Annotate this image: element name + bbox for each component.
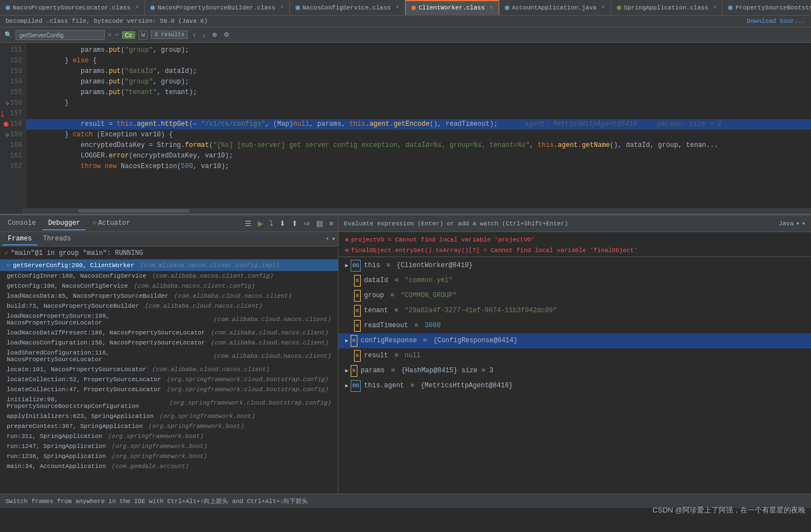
frame-class: (com.alibaba.cloud.nacos.client): [207, 329, 328, 336]
var-value: "COMMON_GROUP": [401, 290, 457, 301]
frame-item-5[interactable]: loadNacosPropertySource:199, NacosProper…: [0, 311, 338, 328]
expand-icon[interactable]: ▶: [345, 260, 348, 271]
frame-item-0[interactable]: ↩ getServerConfig:200, ClientWorker (com…: [0, 259, 338, 271]
dropdown-icon[interactable]: ▾: [332, 235, 336, 243]
var-type-icon: OO: [351, 260, 361, 272]
close-icon[interactable]: ×: [713, 4, 716, 11]
prev-result-button[interactable]: ↑: [191, 31, 198, 39]
search-input[interactable]: [16, 30, 105, 40]
next-result-button[interactable]: ↓: [201, 31, 208, 39]
download-source-link[interactable]: Download Sour...: [746, 18, 805, 24]
frame-item-8[interactable]: loadSharedConfiguration:116, NacosProper…: [0, 348, 338, 364]
settings-button[interactable]: ≡: [327, 218, 336, 229]
close-icon[interactable]: ×: [135, 4, 139, 11]
frame-item-16[interactable]: run:1247, SpringApplication (org.springf…: [0, 441, 338, 451]
tab-debugger[interactable]: Debugger: [42, 217, 86, 230]
var-value: {HashMap@8415} size = 3: [401, 366, 494, 376]
frame-item-18[interactable]: main:34, AccountApplication (com.gemdale…: [0, 461, 338, 471]
tab-actuator[interactable]: ⊙ Actuator: [87, 216, 136, 230]
error-icon: ⊗: [345, 247, 349, 254]
frame-name: loadNacosData:85, NacosPropertySourceBui…: [7, 293, 168, 299]
tab-client-worker[interactable]: ClientWorker.class ×: [405, 0, 499, 16]
frame-item-6[interactable]: loadNacosDataIfPresent:186, NacosPropert…: [0, 328, 338, 338]
resume-button[interactable]: ▶: [255, 218, 266, 229]
tab-spring-application[interactable]: SpringApplication.class ×: [611, 0, 723, 16]
expand-icon[interactable]: ▶: [345, 366, 348, 376]
filter-button[interactable]: ⚙: [222, 31, 231, 39]
frame-item-7[interactable]: loadNacosConfiguration:158, NacosPropert…: [0, 338, 338, 348]
var-params[interactable]: ▶ ≡ params = {HashMap@8415} size = 3: [338, 363, 811, 378]
var-equals: =: [390, 306, 402, 316]
var-type-icon: ≡: [354, 350, 361, 362]
var-this[interactable]: ▶ OO this = {ClientWorker@8410}: [338, 258, 811, 273]
frame-item-13[interactable]: applyInitializers:623, SpringApplication…: [0, 411, 338, 421]
filter-icon[interactable]: ⚡: [326, 235, 330, 243]
var-value: {ClientWorker@8410}: [396, 260, 473, 271]
tab-nacos-config-service[interactable]: NacosConfigService.class ×: [290, 0, 405, 16]
frame-name: prepareContext:367, SpringApplication: [7, 423, 142, 430]
var-value: null: [405, 351, 421, 361]
frame-item-15[interactable]: run:311, SpringApplication (org.springfr…: [0, 431, 338, 441]
close-icon[interactable]: ×: [602, 4, 605, 11]
var-readTimeout[interactable]: ≡ readTimeout = 3000: [338, 318, 811, 333]
var-group[interactable]: ≡ group = "COMMON_GROUP": [338, 288, 811, 303]
var-this-agent[interactable]: ▶ OO this.agent = {MetricsHttpAgent@8416…: [338, 378, 811, 393]
step-out-button[interactable]: ⬆: [289, 218, 300, 229]
left-debug-panel: Console Debugger ⊙ Actuator ☰ ▶ ⤵ ⬇ ⬆ ⇨ …: [0, 215, 338, 494]
case-sensitive-button[interactable]: Cc: [122, 31, 135, 39]
code-line-159: } catch (Exception var10) {: [26, 130, 811, 140]
var-dataId[interactable]: ≡ dataId = "common.yml": [338, 273, 811, 288]
frame-item-3[interactable]: loadNacosData:85, NacosPropertySourceBui…: [0, 291, 338, 301]
tab-account-application[interactable]: AccountApplication.java ×: [499, 0, 611, 16]
frame-item-17[interactable]: run:1236, SpringApplication (org.springf…: [0, 451, 338, 461]
frame-name: applyInitializers:623, SpringApplication: [7, 413, 154, 420]
frame-item-14[interactable]: prepareContext:367, SpringApplication (o…: [0, 421, 338, 431]
error-item-1: ⊗ finalObject.entrySet().toArray()[7] = …: [338, 245, 811, 255]
sub-tab-frames[interactable]: Frames: [2, 233, 37, 245]
var-tenant[interactable]: ≡ tenant = "29a62a4f-3277-41ef-9874-11b3…: [338, 303, 811, 318]
word-button[interactable]: W: [139, 31, 148, 40]
var-result[interactable]: ≡ result = null: [338, 348, 811, 363]
step-over-button[interactable]: ⤵: [267, 218, 276, 229]
var-type-icon: OO: [351, 380, 361, 392]
expand-icon[interactable]: ▶: [345, 381, 348, 391]
close-icon[interactable]: ×: [490, 5, 493, 11]
code-line-156: }: [26, 98, 811, 109]
close-icon[interactable]: ×: [280, 4, 283, 11]
var-name: params: [361, 366, 385, 376]
step-into-button[interactable]: ⬇: [277, 218, 288, 229]
tab-console[interactable]: Console: [2, 217, 41, 230]
frame-item-9[interactable]: locate:101, NacosPropertySourceLocator (…: [0, 364, 338, 375]
tab-label: NacosPropertySourceLocator.class: [13, 4, 130, 11]
line-154: 154: [3, 77, 22, 87]
tab-bar: NacosPropertySourceLocator.class × Nacos…: [0, 0, 811, 16]
close-search-icon[interactable]: ×: [108, 32, 112, 38]
sub-tab-threads[interactable]: Threads: [37, 233, 76, 245]
frame-item-4[interactable]: build:73, NacosPropertySourceBuilder (co…: [0, 301, 338, 311]
expand-search-button[interactable]: ⊕: [210, 31, 219, 39]
frame-item-1[interactable]: getConfigInner:160, NacosConfigService (…: [0, 271, 338, 281]
frame-name: locateCollection:47, PropertySourceLocat…: [7, 386, 161, 393]
tab-dot: [6, 6, 10, 10]
chevron-down-icon[interactable]: ▾: [796, 220, 800, 227]
back-icon[interactable]: ↩: [115, 31, 119, 38]
language-selector[interactable]: Java ▾ ▾: [779, 220, 805, 227]
close-icon[interactable]: ×: [396, 4, 399, 11]
expand-icon[interactable]: ▾: [802, 220, 805, 227]
run-to-cursor-button[interactable]: ⇨: [302, 218, 312, 229]
show-frames-button[interactable]: ▤: [314, 218, 325, 229]
toolbar-btn-1[interactable]: ☰: [243, 218, 254, 229]
frame-item-12[interactable]: initialize:98, PropertySourceBootstrapCo…: [0, 395, 338, 411]
tab-property-source-bootstrap[interactable]: PropertySourceBootstrapCo... ×: [722, 0, 811, 16]
tab-nacos-prop-source-builder[interactable]: NacosPropertySourceBuilder.class ×: [145, 0, 289, 16]
frame-item-2[interactable]: getConfig:100, NacosConfigService (com.a…: [0, 281, 338, 291]
frame-name: locateCollection:52, PropertySourceLocat…: [7, 376, 161, 383]
var-name: dataId: [364, 275, 388, 286]
expand-icon[interactable]: ▶: [345, 336, 348, 346]
var-value: {ConfigResponse@8414}: [433, 336, 517, 346]
tab-nacos-prop-source-locator[interactable]: NacosPropertySourceLocator.class ×: [0, 0, 145, 16]
frame-class: (com.alibaba.nacos.client.config): [130, 283, 255, 289]
var-configResponse[interactable]: ▶ ≡ configResponse = {ConfigResponse@841…: [338, 333, 811, 348]
frame-item-10[interactable]: locateCollection:52, PropertySourceLocat…: [0, 375, 338, 385]
frame-item-11[interactable]: locateCollection:47, PropertySourceLocat…: [0, 385, 338, 395]
